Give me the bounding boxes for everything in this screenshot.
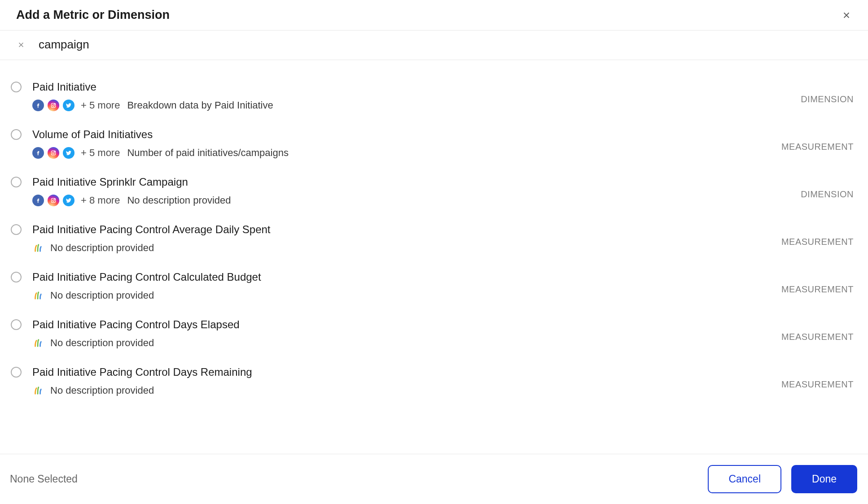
instagram-icon: [48, 147, 59, 159]
item-type-label: MEASUREMENT: [781, 142, 854, 152]
instagram-icon: [48, 100, 59, 111]
item-title: Paid Initiative Pacing Control Average D…: [32, 223, 781, 236]
item-meta: No description provided: [32, 385, 781, 396]
list-item[interactable]: Paid Initiative Pacing Control Days Elap…: [11, 314, 857, 361]
radio-button[interactable]: [11, 177, 22, 187]
item-main: Paid Initiative Pacing Control Average D…: [32, 223, 781, 254]
sprinklr-icon: [32, 385, 43, 396]
item-body: Paid Initiative Pacing Control Days Rema…: [32, 366, 857, 396]
svg-point-5: [54, 152, 55, 152]
sprinklr-icon: [32, 338, 43, 348]
list-item[interactable]: Paid Initiative Pacing Control Average D…: [11, 219, 857, 266]
done-button[interactable]: Done: [791, 465, 857, 493]
sprinklr-icon: [32, 290, 43, 301]
item-title: Paid Initiative Pacing Control Days Elap…: [32, 318, 781, 331]
item-description: Breakdown data by Paid Initiative: [127, 100, 273, 111]
search-input[interactable]: [39, 38, 852, 52]
modal-header: Add a Metric or Dimension: [0, 0, 868, 30]
search-row: [0, 30, 868, 60]
item-meta: + 8 more No description provided: [32, 195, 801, 206]
close-button[interactable]: [840, 9, 853, 22]
more-count: + 8 more: [81, 195, 120, 206]
item-body: Volume of Paid Initiatives + 5 more Numb…: [32, 128, 857, 159]
item-meta: No description provided: [32, 290, 781, 301]
modal-title: Add a Metric or Dimension: [16, 8, 170, 22]
item-body: Paid Initiative Sprinklr Campaign + 8 mo…: [32, 176, 857, 206]
facebook-icon: [32, 147, 44, 159]
item-type-label: MEASUREMENT: [781, 284, 854, 295]
item-type-label: MEASUREMENT: [781, 237, 854, 247]
radio-button[interactable]: [11, 272, 22, 282]
footer-actions: Cancel Done: [708, 465, 857, 493]
svg-point-1: [53, 104, 54, 106]
more-count: + 5 more: [81, 100, 120, 111]
item-title: Paid Initiative: [32, 81, 801, 93]
results-list[interactable]: Paid Initiative + 5 more Breakdown data …: [0, 60, 868, 454]
svg-point-4: [53, 152, 54, 154]
svg-point-2: [54, 104, 55, 104]
cancel-button[interactable]: Cancel: [708, 465, 781, 493]
item-title: Paid Initiative Sprinklr Campaign: [32, 176, 801, 188]
sprinklr-icon: [32, 243, 43, 253]
item-body: Paid Initiative Pacing Control Days Elap…: [32, 318, 857, 349]
radio-button[interactable]: [11, 82, 22, 92]
modal-footer: None Selected Cancel Done: [0, 454, 868, 504]
item-main: Paid Initiative Pacing Control Days Rema…: [32, 366, 781, 396]
modal-add-metric-dimension: Add a Metric or Dimension Paid Initiativ…: [0, 0, 868, 504]
item-description: No description provided: [50, 337, 154, 349]
item-title: Paid Initiative Pacing Control Calculate…: [32, 271, 781, 283]
clear-search-button[interactable]: [16, 40, 26, 50]
selection-status: None Selected: [10, 473, 78, 485]
item-title: Volume of Paid Initiatives: [32, 128, 781, 141]
item-description: No description provided: [50, 385, 154, 396]
twitter-icon: [63, 147, 75, 159]
twitter-icon: [63, 100, 75, 111]
item-meta: No description provided: [32, 337, 781, 349]
item-body: Paid Initiative Pacing Control Average D…: [32, 223, 857, 254]
item-type-label: DIMENSION: [801, 189, 854, 200]
list-item[interactable]: Paid Initiative + 5 more Breakdown data …: [11, 76, 857, 124]
facebook-icon: [32, 100, 44, 111]
svg-point-8: [54, 199, 55, 200]
item-main: Paid Initiative Sprinklr Campaign + 8 mo…: [32, 176, 801, 206]
item-main: Paid Initiative Pacing Control Calculate…: [32, 271, 781, 301]
list-item[interactable]: Paid Initiative Sprinklr Campaign + 8 mo…: [11, 171, 857, 219]
radio-button[interactable]: [11, 224, 22, 235]
item-title: Paid Initiative Pacing Control Days Rema…: [32, 366, 781, 378]
item-description: Number of paid initiatives/campaigns: [127, 147, 289, 159]
list-item[interactable]: Paid Initiative Pacing Control Calculate…: [11, 266, 857, 314]
item-description: No description provided: [50, 242, 154, 254]
item-type-label: DIMENSION: [801, 94, 854, 104]
item-main: Volume of Paid Initiatives + 5 more Numb…: [32, 128, 781, 159]
radio-button[interactable]: [11, 319, 22, 330]
list-item[interactable]: Volume of Paid Initiatives + 5 more Numb…: [11, 124, 857, 171]
item-main: Paid Initiative + 5 more Breakdown data …: [32, 81, 801, 111]
item-meta: + 5 more Breakdown data by Paid Initiati…: [32, 100, 801, 111]
item-body: Paid Initiative Pacing Control Calculate…: [32, 271, 857, 301]
radio-button[interactable]: [11, 367, 22, 378]
radio-button[interactable]: [11, 129, 22, 140]
instagram-icon: [48, 195, 59, 206]
twitter-icon: [63, 195, 75, 206]
item-body: Paid Initiative + 5 more Breakdown data …: [32, 81, 857, 111]
item-description: No description provided: [50, 290, 154, 301]
item-meta: + 5 more Number of paid initiatives/camp…: [32, 147, 781, 159]
item-type-label: MEASUREMENT: [781, 379, 854, 390]
facebook-icon: [32, 195, 44, 206]
close-icon: [842, 10, 851, 20]
x-icon: [17, 41, 25, 49]
item-type-label: MEASUREMENT: [781, 332, 854, 342]
item-description: No description provided: [127, 195, 231, 206]
svg-point-7: [53, 200, 54, 201]
more-count: + 5 more: [81, 147, 120, 159]
item-main: Paid Initiative Pacing Control Days Elap…: [32, 318, 781, 349]
item-meta: No description provided: [32, 242, 781, 254]
list-item[interactable]: Paid Initiative Pacing Control Days Rema…: [11, 361, 857, 409]
